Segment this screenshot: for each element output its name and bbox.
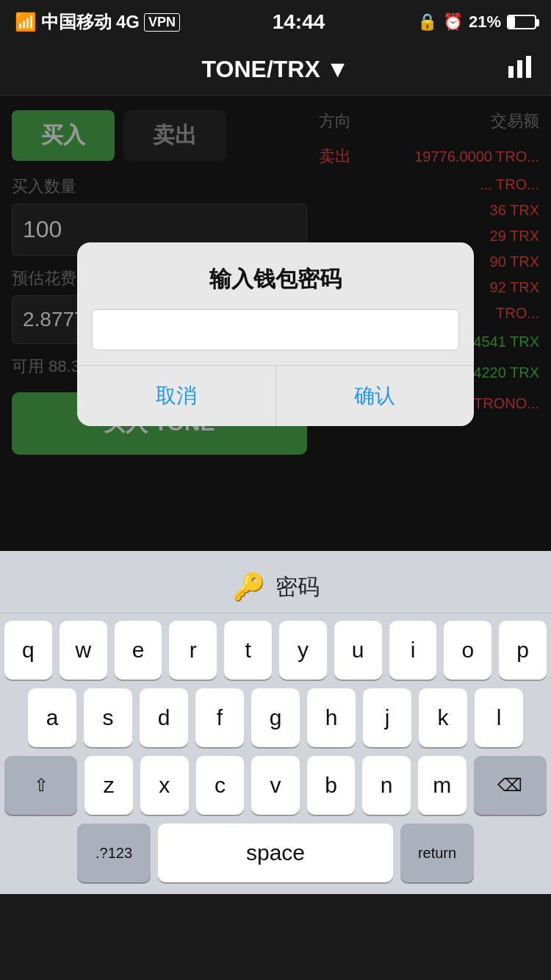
pair-label: TONE/TRX bbox=[202, 56, 320, 83]
dialog-buttons: 取消 确认 bbox=[77, 365, 474, 426]
key-a[interactable]: a bbox=[28, 688, 76, 747]
chart-icon[interactable] bbox=[507, 56, 533, 83]
status-right: 🔒 ⏰ 21% bbox=[417, 12, 536, 32]
key-icon: 🔑 bbox=[232, 572, 265, 602]
key-u[interactable]: u bbox=[334, 621, 382, 680]
key-h[interactable]: h bbox=[307, 688, 356, 747]
key-g[interactable]: g bbox=[251, 688, 300, 747]
svg-rect-2 bbox=[526, 56, 531, 78]
trade-row: 卖出 19776.0000 TRO... bbox=[319, 141, 539, 172]
key-w[interactable]: w bbox=[60, 621, 107, 680]
key-row-3: ⇧ z x c v b n m ⌫ bbox=[4, 756, 547, 815]
key-r[interactable]: r bbox=[169, 621, 217, 680]
key-row-1: q w e r t y u i o p bbox=[4, 621, 547, 680]
key-c[interactable]: c bbox=[196, 756, 245, 815]
key-x[interactable]: x bbox=[140, 756, 189, 815]
key-j[interactable]: j bbox=[363, 688, 411, 747]
buy-amount-label: 买入数量 bbox=[12, 176, 307, 198]
app-header: TONE/TRX ▼ bbox=[0, 44, 551, 96]
trade-row: 36 TRX bbox=[319, 198, 539, 223]
confirm-button[interactable]: 确认 bbox=[276, 366, 475, 426]
network-label: 4G bbox=[116, 12, 140, 32]
vpn-badge: VPN bbox=[144, 13, 180, 32]
key-s[interactable]: s bbox=[84, 688, 132, 747]
trade-row: ... TRO... bbox=[319, 172, 539, 198]
col-direction: 方向 bbox=[319, 110, 351, 132]
col-amount: 交易额 bbox=[491, 110, 539, 132]
hint-label: 密码 bbox=[276, 572, 320, 602]
key-b[interactable]: b bbox=[307, 756, 356, 815]
delete-key[interactable]: ⌫ bbox=[474, 756, 547, 815]
key-l[interactable]: l bbox=[475, 688, 523, 747]
carrier-label: 中国移动 bbox=[41, 10, 112, 34]
key-y[interactable]: y bbox=[279, 621, 327, 680]
svg-rect-1 bbox=[517, 60, 522, 78]
keyboard-section: 🔑 密码 q w e r t y u i o p a s d f g h j k… bbox=[0, 551, 551, 894]
key-d[interactable]: d bbox=[140, 688, 188, 747]
time-display: 14:44 bbox=[273, 10, 325, 34]
dropdown-arrow: ▼ bbox=[326, 56, 350, 83]
market-title[interactable]: TONE/TRX ▼ bbox=[202, 56, 350, 83]
status-bar: 📶 中国移动 4G VPN 14:44 🔒 ⏰ 21% bbox=[0, 0, 551, 44]
battery-percent: 21% bbox=[469, 12, 501, 32]
key-v[interactable]: v bbox=[251, 756, 300, 815]
key-row-2: a s d f g h j k l bbox=[4, 688, 547, 747]
key-i[interactable]: i bbox=[389, 621, 437, 680]
status-left: 📶 中国移动 4G VPN bbox=[15, 10, 180, 34]
key-p[interactable]: p bbox=[499, 621, 547, 680]
symbols-key[interactable]: .?123 bbox=[77, 824, 151, 882]
trade-list-header: 方向 交易额 bbox=[319, 110, 539, 132]
key-e[interactable]: e bbox=[115, 621, 162, 680]
space-key[interactable]: space bbox=[158, 824, 393, 882]
battery-icon bbox=[507, 15, 536, 29]
dialog-input-wrap bbox=[77, 309, 474, 365]
cancel-button[interactable]: 取消 bbox=[77, 366, 276, 426]
key-q[interactable]: q bbox=[4, 621, 52, 680]
key-o[interactable]: o bbox=[444, 621, 491, 680]
buy-tab[interactable]: 买入 bbox=[12, 110, 115, 161]
key-t[interactable]: t bbox=[224, 621, 272, 680]
dialog-title: 输入钱包密码 bbox=[77, 242, 474, 309]
return-key[interactable]: return bbox=[400, 824, 474, 882]
keyboard[interactable]: q w e r t y u i o p a s d f g h j k l ⇧ … bbox=[0, 613, 551, 894]
alarm-icon: ⏰ bbox=[443, 12, 463, 32]
lock-icon: 🔒 bbox=[417, 12, 437, 32]
key-m[interactable]: m bbox=[418, 756, 467, 815]
key-z[interactable]: z bbox=[84, 756, 133, 815]
password-input[interactable] bbox=[92, 309, 459, 350]
trade-tabs: 买入 卖出 bbox=[12, 110, 307, 161]
svg-rect-0 bbox=[508, 66, 514, 78]
shift-key[interactable]: ⇧ bbox=[4, 756, 77, 815]
sell-tab[interactable]: 卖出 bbox=[123, 110, 226, 161]
key-f[interactable]: f bbox=[195, 688, 244, 747]
wallet-password-dialog: 输入钱包密码 取消 确认 bbox=[77, 242, 474, 426]
keyboard-hint-bar: 🔑 密码 bbox=[0, 558, 551, 613]
signal-icon: 📶 bbox=[15, 12, 37, 32]
key-n[interactable]: n bbox=[362, 756, 411, 815]
key-row-bottom: .?123 space return bbox=[4, 824, 547, 882]
key-k[interactable]: k bbox=[419, 688, 467, 747]
